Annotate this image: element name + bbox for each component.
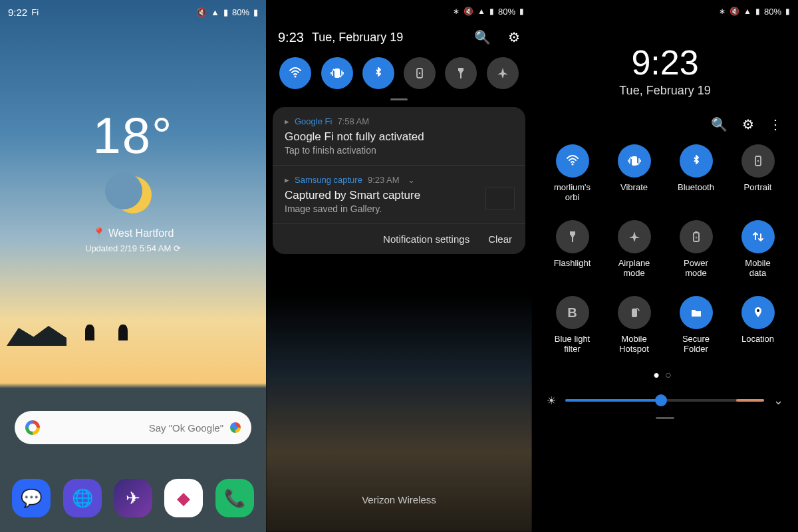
toggle-label: Mobile Hotspot [619, 334, 649, 354]
google-search-bar[interactable]: Say "Ok Google" [15, 411, 251, 444]
quick-settings-panel: ∗ 🔇 ▲ ▮ 80% ▮ 9:23 Tue, February 19 🔍 ⚙ … [532, 0, 798, 532]
drag-handle[interactable] [656, 417, 674, 419]
toggle-location[interactable]: Location [727, 296, 789, 354]
search-icon[interactable]: 🔍 [711, 116, 728, 132]
mute-icon: 🔇 [196, 7, 207, 17]
signal-icon: ▮ [223, 7, 228, 17]
notif-title: Captured by Smart capture [285, 189, 513, 202]
overflow-icon[interactable]: ⋮ [769, 116, 782, 132]
secure-icon [680, 296, 713, 329]
wifi-icon: ▲ [477, 7, 485, 16]
toggle-vibrate[interactable]: Vibrate [603, 144, 665, 203]
wallpaper-silhouette [0, 313, 266, 366]
search-icon[interactable]: 🔍 [474, 29, 491, 45]
status-bar: ∗ 🔇 ▲ ▮ 80% ▮ [532, 0, 798, 23]
notif-app: Google Fi [295, 116, 332, 126]
hotspot-icon [618, 296, 651, 329]
app-icon: ▸ [285, 116, 289, 126]
clock-date: Tue, February 19 [532, 84, 798, 98]
internet-app[interactable]: 🌐 [63, 479, 102, 517]
updated-label: Updated 2/19 5:54 AM ⟳ [0, 243, 266, 253]
search-hint: Say "Ok Google" [40, 422, 230, 434]
toggle-portrait[interactable]: Portrait [727, 144, 789, 203]
temperature: 18° [0, 106, 266, 164]
chevron-down-icon[interactable]: ⌄ [773, 393, 783, 408]
slider-thumb[interactable] [655, 394, 667, 406]
phone-app[interactable]: 📞 [215, 479, 254, 517]
toggle-rotation[interactable] [404, 57, 436, 89]
toggle-secure[interactable]: Secure Folder [665, 296, 727, 354]
quick-toggle-row [266, 55, 532, 96]
app-icon: ▸ [285, 175, 289, 185]
toggle-flashlight[interactable] [445, 57, 477, 89]
chevron-down-icon[interactable]: ⌄ [408, 175, 415, 185]
battery-icon: ▮ [519, 7, 524, 16]
shade-header: 9:23 Tue, February 19 🔍 ⚙ [266, 23, 532, 55]
portrait-icon [741, 144, 775, 178]
brightness-icon: ☀ [547, 394, 556, 407]
notification-shade: ∗ 🔇 ▲ ▮ 80% ▮ 9:23 Tue, February 19 🔍 ⚙ … [266, 0, 532, 532]
toggle-wifi[interactable] [279, 57, 311, 89]
toggle-airplane[interactable]: Airplane mode [603, 220, 665, 279]
carrier-label: Verizon Wireless [266, 494, 532, 505]
rocket-app[interactable]: ✈ [114, 479, 152, 517]
weather-widget[interactable]: 18° 📍 West Hartford Updated 2/19 5:54 AM… [0, 106, 266, 253]
battery-pct: 80% [764, 7, 781, 17]
google-logo-icon [25, 420, 40, 435]
toggle-label: Blue light filter [555, 334, 590, 354]
drag-handle[interactable] [390, 98, 408, 100]
notification-item[interactable]: ▸ Google Fi 7:58 AM Google Fi not fully … [273, 107, 525, 166]
notif-time: 7:58 AM [337, 116, 369, 126]
toggle-vibrate[interactable] [321, 57, 353, 89]
toggle-wifi[interactable]: morlium's orbi [541, 144, 603, 203]
battery-icon: ▮ [253, 7, 258, 17]
battery-pct: 80% [232, 7, 249, 17]
wifi-icon: ▲ [211, 7, 219, 17]
bluetooth-icon: ∗ [719, 7, 726, 16]
toggle-power[interactable]: Power mode [665, 220, 727, 279]
bluetooth-icon [680, 144, 713, 178]
app-dock: 💬 🌐 ✈ ◆ 📞 [0, 479, 266, 517]
google-fi-icon: Fi [31, 7, 39, 17]
flashlight-icon [556, 220, 589, 253]
music-app[interactable]: ◆ [164, 479, 203, 517]
mute-icon: 🔇 [464, 7, 473, 16]
toggle-bluetooth[interactable]: Bluetooth [665, 144, 727, 203]
settings-icon[interactable]: ⚙ [508, 29, 520, 45]
page-indicator[interactable]: ●○ [532, 369, 798, 381]
toggle-mobiledata[interactable]: Mobile data [727, 220, 789, 279]
lockscreen-clock: 9:23 Tue, February 19 [532, 43, 798, 98]
wifi-icon: ▲ [743, 7, 751, 16]
toggle-label: Bluetooth [678, 183, 714, 203]
mic-icon[interactable] [230, 422, 241, 433]
toggle-bluelight[interactable]: B Blue light filter [541, 296, 603, 354]
toggle-label: Airplane mode [618, 259, 650, 279]
toggle-airplane[interactable] [487, 57, 519, 89]
notif-title: Google Fi not fully activated [285, 130, 513, 144]
status-time: 9:22 [8, 7, 27, 18]
power-icon [680, 220, 713, 253]
airplane-icon [618, 220, 651, 253]
toggle-bluetooth[interactable] [362, 57, 394, 89]
notification-settings-button[interactable]: Notification settings [383, 233, 469, 245]
toggle-hotspot[interactable]: Mobile Hotspot [603, 296, 665, 354]
signal-icon: ▮ [489, 7, 494, 16]
notif-body: Image saved in Gallery. [285, 203, 513, 214]
notif-body: Tap to finish activation [285, 145, 513, 156]
toggle-flashlight[interactable]: Flashlight [541, 220, 603, 279]
notif-thumbnail[interactable] [485, 188, 515, 210]
slider-track[interactable] [565, 399, 764, 402]
toggle-label: Vibrate [620, 183, 648, 203]
mobiledata-icon [741, 220, 775, 253]
status-bar: ∗ 🔇 ▲ ▮ 80% ▮ [266, 0, 532, 23]
clock-time: 9:23 [532, 43, 798, 82]
wifi-icon [556, 144, 589, 178]
settings-icon[interactable]: ⚙ [742, 116, 754, 132]
toggle-label: morlium's orbi [554, 183, 591, 203]
brightness-slider[interactable]: ☀ ⌄ [532, 381, 798, 408]
clear-button[interactable]: Clear [488, 233, 512, 245]
notif-time: 9:23 AM [368, 175, 400, 185]
battery-pct: 80% [498, 7, 515, 17]
messages-app[interactable]: 💬 [12, 479, 51, 517]
notification-item[interactable]: ▸ Samsung capture 9:23 AM ⌄ Captured by … [273, 166, 525, 224]
